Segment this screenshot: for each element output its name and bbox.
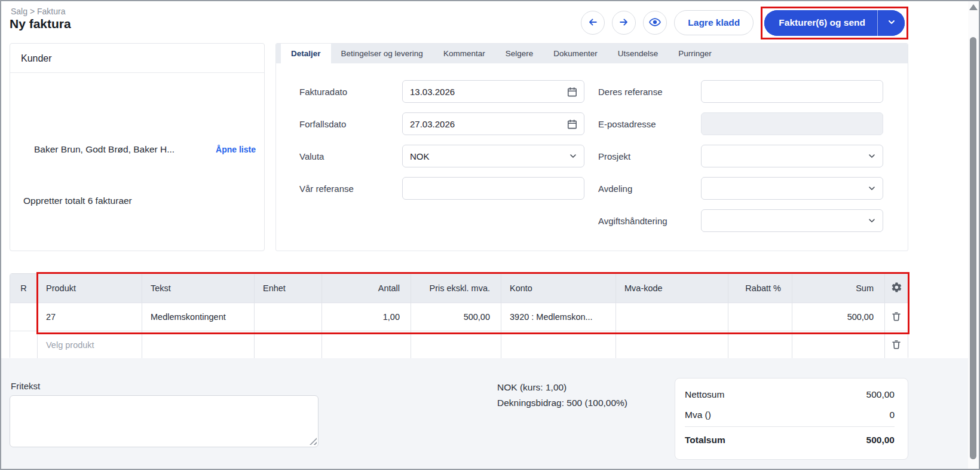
fritekst-textarea[interactable] xyxy=(10,395,318,447)
details-tabstrip: Detaljer Betingelser og levering Komment… xyxy=(276,44,908,63)
col-header-konto: Konto xyxy=(501,274,616,303)
vat-row: Mva () 0 xyxy=(685,405,895,425)
cell-sum[interactable] xyxy=(792,331,885,359)
table-header-row: R Produkt Tekst Enhet Antall Pris ekskl.… xyxy=(10,274,908,303)
save-draft-button[interactable]: Lagre kladd xyxy=(674,10,754,35)
product-placeholder: Velg produkt xyxy=(46,340,94,350)
customers-panel-title: Kunder xyxy=(10,44,264,73)
vertical-scrollbar xyxy=(968,1,979,469)
col-header-enhet: Enhet xyxy=(255,274,322,303)
chevron-down-icon xyxy=(867,210,877,231)
cell-rabatt[interactable] xyxy=(728,303,792,331)
due-date-label: Forfallsdato xyxy=(299,119,402,129)
tab-detaljer[interactable]: Detaljer xyxy=(281,44,331,63)
scrollbar-thumb[interactable] xyxy=(970,37,976,459)
tab-kommentar[interactable]: Kommentar xyxy=(433,44,495,63)
invoice-send-dropdown-button[interactable] xyxy=(877,10,905,36)
totals-card: Nettosum 500,00 Mva () 0 Totalsum 500,00 xyxy=(675,378,908,460)
col-header-r: R xyxy=(10,274,38,303)
invoice-send-split-button: Fakturer(6) og send xyxy=(764,10,905,36)
email-label: E-postadresse xyxy=(598,119,701,129)
tab-betingelser-og-levering[interactable]: Betingelser og levering xyxy=(331,44,433,63)
email-input xyxy=(709,119,875,129)
col-header-mva-kode: Mva-kode xyxy=(616,274,728,303)
cell-rabatt[interactable] xyxy=(728,331,792,359)
chevron-down-icon xyxy=(887,17,896,29)
col-header-antall: Antall xyxy=(322,274,411,303)
invoice-editor-page: Salg > Faktura Ny faktura Lagre kladd xyxy=(0,0,980,470)
our-reference-label: Vår referanse xyxy=(299,184,402,194)
cell-pris[interactable]: 500,00 xyxy=(411,303,501,331)
cell-pris[interactable] xyxy=(411,331,501,359)
cell-tekst[interactable] xyxy=(142,331,255,359)
chevron-down-icon xyxy=(867,178,877,199)
project-select[interactable] xyxy=(701,145,883,167)
their-reference-field[interactable] xyxy=(701,80,883,103)
invoice-date-field[interactable] xyxy=(402,80,584,103)
invoice-send-highlight-box: Fakturer(6) og send xyxy=(761,7,908,39)
vat-value: 0 xyxy=(889,410,895,420)
our-reference-field[interactable] xyxy=(402,177,584,200)
table-settings-button[interactable] xyxy=(890,280,904,296)
scroll-up-button[interactable] xyxy=(969,4,978,10)
tab-selgere[interactable]: Selgere xyxy=(495,44,544,63)
breadcrumb[interactable]: Salg > Faktura xyxy=(11,7,65,16)
tab-purringer[interactable]: Purringer xyxy=(668,44,722,63)
col-header-pris: Pris ekskl. mva. xyxy=(411,274,501,303)
invoice-count-summary: Oppretter totalt 6 fakturaer xyxy=(23,196,132,206)
customer-row: Baker Brun, Godt Brød, Baker H... Åpne l… xyxy=(34,144,256,155)
tab-utsendelse[interactable]: Utsendelse xyxy=(608,44,669,63)
cell-enhet[interactable] xyxy=(255,331,322,359)
col-header-produkt: Produkt xyxy=(38,274,142,303)
preview-button[interactable] xyxy=(643,11,667,35)
vat-handling-select[interactable] xyxy=(701,209,883,232)
trash-icon xyxy=(891,339,902,352)
cell-r[interactable] xyxy=(10,331,38,359)
cell-antall[interactable]: 1,00 xyxy=(322,303,411,331)
their-reference-input[interactable] xyxy=(709,87,875,97)
details-form-right-column: Deres referanse E-postadresse Prosjekt xyxy=(598,80,883,242)
back-button[interactable] xyxy=(581,11,605,35)
their-reference-label: Deres referanse xyxy=(598,87,701,97)
project-label: Prosjekt xyxy=(598,151,701,161)
cell-tekst[interactable]: Medlemskontingent xyxy=(142,303,255,331)
calendar-icon[interactable] xyxy=(566,81,578,102)
cell-konto[interactable]: 3920 : Medlemskon... xyxy=(501,303,616,331)
due-date-field[interactable] xyxy=(402,112,584,135)
netsum-value: 500,00 xyxy=(866,389,895,400)
open-list-link[interactable]: Åpne liste xyxy=(216,145,256,154)
totalsum-value: 500,00 xyxy=(866,435,895,445)
department-select[interactable] xyxy=(701,177,883,200)
cell-mva-kode[interactable] xyxy=(616,303,728,331)
vat-label: Mva () xyxy=(685,410,711,420)
cell-konto[interactable] xyxy=(501,331,616,359)
invoice-send-button[interactable]: Fakturer(6) og send xyxy=(764,10,877,36)
new-line-product-select[interactable]: Velg produkt xyxy=(38,331,142,359)
currency-select[interactable]: NOK xyxy=(402,145,584,167)
cell-mva-kode[interactable] xyxy=(616,331,728,359)
cell-produkt[interactable]: 27 xyxy=(38,303,142,331)
cell-enhet[interactable] xyxy=(255,303,322,331)
eye-icon xyxy=(648,16,662,30)
our-reference-input[interactable] xyxy=(410,184,577,194)
invoice-lines-table: R Produkt Tekst Enhet Antall Pris ekskl.… xyxy=(10,273,908,359)
totalsum-label: Totalsum xyxy=(685,435,725,445)
delete-row-button[interactable] xyxy=(890,310,903,325)
cell-antall[interactable] xyxy=(322,331,411,359)
due-date-input[interactable] xyxy=(410,119,577,129)
calendar-icon[interactable] xyxy=(566,113,578,135)
totalsum-row: Totalsum 500,00 xyxy=(685,428,895,452)
tab-dokumenter[interactable]: Dokumenter xyxy=(543,44,608,63)
invoice-date-input[interactable] xyxy=(410,87,577,97)
col-header-rabatt: Rabatt % xyxy=(728,274,792,303)
cell-sum[interactable]: 500,00 xyxy=(792,303,885,331)
customer-names: Baker Brun, Godt Brød, Baker H... xyxy=(34,144,174,155)
arrow-right-icon xyxy=(618,16,630,30)
customers-panel: Kunder Baker Brun, Godt Brød, Baker H...… xyxy=(10,43,265,251)
new-line-row: Velg produkt xyxy=(10,331,908,359)
forward-button[interactable] xyxy=(612,11,636,35)
invoice-line-row: 27 Medlemskontingent 1,00 500,00 3920 : … xyxy=(10,303,908,331)
cell-r[interactable] xyxy=(10,303,38,331)
department-label: Avdeling xyxy=(598,184,701,194)
delete-row-button[interactable] xyxy=(890,338,903,353)
